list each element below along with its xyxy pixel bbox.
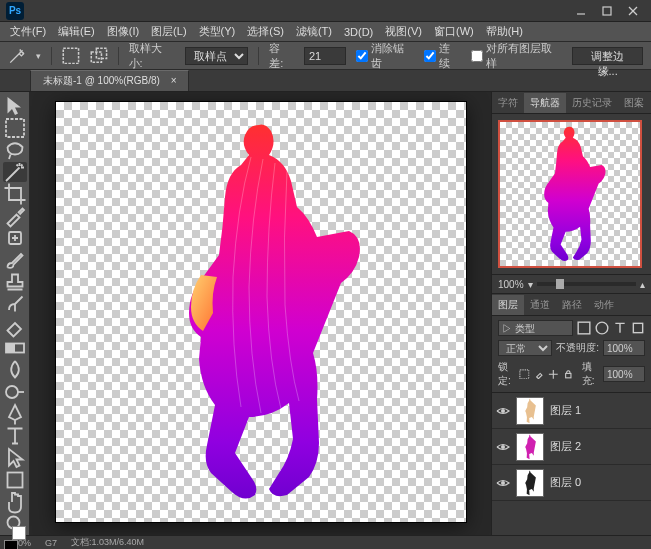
tab-paths[interactable]: 路径 (556, 295, 588, 315)
menu-layer[interactable]: 图层(L) (145, 22, 192, 41)
opacity-label: 不透明度: (556, 341, 599, 355)
navigator-thumbnail[interactable] (498, 120, 642, 268)
tab-history[interactable]: 历史记录 (566, 93, 618, 113)
document-tab[interactable]: 未标题-1 @ 100%(RGB/8) × (30, 70, 189, 91)
dodge-tool[interactable] (3, 382, 27, 402)
all-layers-label: 对所有图层取样 (486, 41, 562, 71)
filter-image-icon[interactable] (577, 321, 591, 335)
menu-window[interactable]: 窗口(W) (428, 22, 480, 41)
hand-tool[interactable] (3, 492, 27, 512)
menu-select[interactable]: 选择(S) (241, 22, 290, 41)
tab-pattern[interactable]: 图案 (618, 93, 650, 113)
tab-navigator[interactable]: 导航器 (524, 93, 566, 113)
menu-help[interactable]: 帮助(H) (480, 22, 529, 41)
tool-preset-dropdown[interactable]: ▾ (36, 51, 41, 61)
path-select-tool[interactable] (3, 448, 27, 468)
eyedropper-tool[interactable] (3, 206, 27, 226)
lock-paint-icon[interactable] (534, 367, 545, 381)
lock-position-icon[interactable] (548, 367, 559, 381)
svg-rect-16 (633, 323, 642, 332)
svg-point-15 (596, 322, 608, 334)
all-layers-checkbox[interactable] (471, 50, 483, 62)
selection-new-icon[interactable] (62, 47, 80, 65)
status-docsize[interactable]: 文档:1.03M/6.40M (71, 536, 144, 549)
visibility-icon[interactable] (496, 440, 510, 454)
lock-all-icon[interactable] (563, 367, 574, 381)
healing-tool[interactable] (3, 228, 27, 248)
anti-alias-checkbox[interactable] (356, 50, 368, 62)
stamp-tool[interactable] (3, 272, 27, 292)
shape-tool[interactable] (3, 470, 27, 490)
canvas-area[interactable] (30, 92, 491, 535)
menu-type[interactable]: 类型(Y) (193, 22, 242, 41)
layer-row[interactable]: 图层 1 (492, 393, 651, 429)
tab-layers[interactable]: 图层 (492, 295, 524, 315)
layer-name[interactable]: 图层 0 (550, 475, 581, 490)
layer-thumbnail[interactable] (516, 397, 544, 425)
fill-input[interactable] (603, 366, 645, 382)
crop-tool[interactable] (3, 184, 27, 204)
menu-3d[interactable]: 3D(D) (338, 24, 379, 40)
svg-rect-7 (6, 119, 24, 137)
sample-size-label: 取样大小: (129, 41, 176, 71)
figure-artwork (141, 117, 381, 507)
filter-shape-icon[interactable] (631, 321, 645, 335)
magic-wand-tool[interactable] (3, 162, 27, 182)
brush-tool[interactable] (3, 250, 27, 270)
close-button[interactable] (621, 3, 645, 19)
gradient-tool[interactable] (3, 338, 27, 358)
status-bar: 100% G7 文档:1.03M/6.40M (0, 535, 651, 549)
svg-rect-18 (566, 373, 571, 377)
lock-transparent-icon[interactable] (519, 367, 530, 381)
document-canvas[interactable] (56, 102, 466, 522)
eraser-tool[interactable] (3, 316, 27, 336)
right-panels: 字符 导航器 历史记录 图案 100% ▾ ▴ 图层 通道 路径 动作 (491, 92, 651, 535)
visibility-icon[interactable] (496, 404, 510, 418)
menu-edit[interactable]: 编辑(E) (52, 22, 101, 41)
contiguous-label: 连续 (439, 41, 461, 71)
svg-point-20 (501, 445, 505, 449)
layer-row[interactable]: 图层 2 (492, 429, 651, 465)
menu-bar: 文件(F) 编辑(E) 图像(I) 图层(L) 类型(Y) 选择(S) 滤镜(T… (0, 22, 651, 42)
minimize-button[interactable] (569, 3, 593, 19)
history-brush-tool[interactable] (3, 294, 27, 314)
zoom-out-icon[interactable]: ▾ (528, 279, 533, 290)
tab-actions[interactable]: 动作 (588, 295, 620, 315)
layer-row[interactable]: 图层 0 (492, 465, 651, 501)
pen-tool[interactable] (3, 404, 27, 424)
lasso-tool[interactable] (3, 140, 27, 160)
marquee-tool[interactable] (3, 118, 27, 138)
type-tool[interactable] (3, 426, 27, 446)
selection-add-icon[interactable] (90, 47, 108, 65)
document-title: 未标题-1 @ 100%(RGB/8) (43, 75, 160, 86)
layer-name[interactable]: 图层 1 (550, 403, 581, 418)
zoom-in-icon[interactable]: ▴ (640, 279, 645, 290)
menu-file[interactable]: 文件(F) (4, 22, 52, 41)
refine-edge-button[interactable]: 调整边缘... (572, 47, 643, 65)
menu-view[interactable]: 视图(V) (379, 22, 428, 41)
opacity-input[interactable] (603, 340, 645, 356)
zoom-slider[interactable] (537, 282, 636, 286)
layer-thumbnail[interactable] (516, 433, 544, 461)
menu-image[interactable]: 图像(I) (101, 22, 145, 41)
zoom-value[interactable]: 100% (498, 279, 524, 290)
contiguous-checkbox[interactable] (424, 50, 436, 62)
sample-size-select[interactable]: 取样点 (185, 47, 248, 65)
svg-rect-12 (7, 473, 22, 488)
tolerance-input[interactable] (304, 47, 346, 65)
tab-character[interactable]: 字符 (492, 93, 524, 113)
tab-channels[interactable]: 通道 (524, 295, 556, 315)
move-tool[interactable] (3, 96, 27, 116)
filter-adjust-icon[interactable] (595, 321, 609, 335)
blend-mode-select[interactable]: 正常 (498, 340, 552, 356)
close-tab-icon[interactable]: × (171, 75, 177, 86)
svg-rect-4 (63, 48, 78, 63)
layer-name[interactable]: 图层 2 (550, 439, 581, 454)
visibility-icon[interactable] (496, 476, 510, 490)
layer-thumbnail[interactable] (516, 469, 544, 497)
layer-filter-kind[interactable]: ▷ 类型 (498, 320, 573, 336)
blur-tool[interactable] (3, 360, 27, 380)
filter-type-icon[interactable] (613, 321, 627, 335)
maximize-button[interactable] (595, 3, 619, 19)
menu-filter[interactable]: 滤镜(T) (290, 22, 338, 41)
